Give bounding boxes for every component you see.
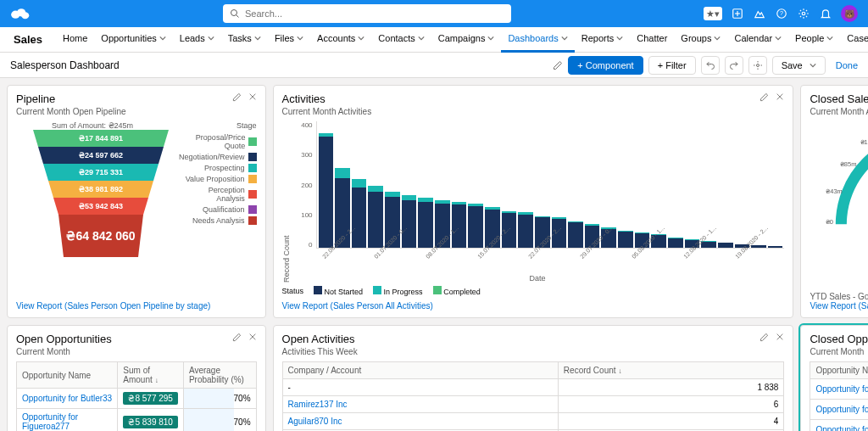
legend-item: Negotiation/Review [179, 153, 257, 161]
done-button[interactable]: Done [836, 60, 858, 70]
col-company[interactable]: Company / Account [282, 362, 558, 379]
legend-item: In Progress [373, 286, 423, 296]
nav-item-chatter[interactable]: Chatter [630, 27, 674, 53]
legend-title: Stage [179, 121, 257, 130]
nav-item-people[interactable]: People [788, 27, 840, 53]
table-row: Opportunity for Martin324₴7 747k [810, 379, 868, 400]
search-input[interactable] [245, 8, 504, 19]
page-title: Salesperson Dashboard [10, 59, 548, 71]
card-pipeline[interactable]: Pipeline Current Month Open Pipeline Sum… [7, 85, 266, 318]
table-row: Opportunity for Miles1826₴5 335k [810, 400, 868, 420]
setup-icon[interactable] [797, 7, 810, 20]
card-title: Closed Sales [810, 92, 868, 105]
col-probability[interactable]: Average Probability (%) [183, 362, 256, 389]
table-row: Aguilar870 Inc4 [282, 413, 784, 430]
undo-button[interactable] [701, 56, 720, 75]
col-amount[interactable]: Sum of Amount↓ [118, 362, 184, 389]
card-activities[interactable]: Activities Current Month Activities Reco… [273, 85, 794, 318]
close-icon[interactable] [248, 92, 257, 101]
add-icon[interactable] [731, 7, 744, 20]
opp-link[interactable]: Opportunity for Butler33 [22, 394, 112, 403]
closed-opps-table: Opportunity Name Sum of Amount↓ Opportun… [810, 361, 868, 431]
card-open-opportunities[interactable]: Open Opportunities Current Month Opportu… [7, 325, 266, 431]
table-row: Opportunity for Figueroa277₴5 839 81070% [17, 409, 257, 432]
card-subtitle: Current Month Open Pipeline [16, 107, 126, 116]
account-link[interactable]: Ramirez137 Inc [288, 400, 348, 409]
opp-link[interactable]: Opportunity for Miles1826 [815, 405, 868, 414]
nav-item-home[interactable]: Home [56, 27, 94, 53]
app-header: ★▾ ? 🐻 [0, 0, 868, 27]
col-count[interactable]: Record Count↓ [558, 362, 784, 379]
nav-item-accounts[interactable]: Accounts [310, 27, 371, 53]
card-open-activities[interactable]: Open Activities Activities This Week Com… [273, 325, 794, 431]
funnel-segment: ₴24 597 662 [38, 147, 164, 164]
nav-item-opportunities[interactable]: Opportunities [94, 27, 172, 53]
close-icon[interactable] [776, 92, 784, 101]
card-subtitle: Current Month Actuals vs Quota [810, 107, 868, 116]
notifications-icon[interactable] [819, 7, 832, 20]
properties-button[interactable] [748, 56, 767, 75]
edit-icon[interactable] [232, 333, 242, 342]
edit-icon[interactable] [760, 92, 769, 102]
edit-icon[interactable] [760, 333, 769, 342]
funnel-segment: ₴38 981 892 [48, 181, 153, 198]
global-search[interactable] [223, 4, 511, 23]
card-subtitle: Current Month Activities [282, 107, 372, 116]
report-link[interactable]: View Report (Sales Person Open Pipeline … [16, 301, 257, 311]
report-link[interactable]: View Report (Sales Person MTD Sales) [810, 301, 868, 311]
legend-item: Proposal/Price Quote [179, 133, 257, 150]
table-row: Ramirez137 Inc6 [282, 396, 784, 413]
nav-item-calendar[interactable]: Calendar [727, 27, 788, 53]
nav-item-contacts[interactable]: Contacts [371, 27, 431, 53]
nav-item-groups[interactable]: Groups [674, 27, 727, 53]
legend-item: Needs Analysis [179, 216, 257, 225]
svg-text:₴0: ₴0 [826, 218, 833, 226]
close-icon[interactable] [776, 333, 784, 341]
dashboard-grid: Pipeline Current Month Open Pipeline Sum… [0, 78, 868, 431]
col-name[interactable]: Opportunity Name [810, 362, 868, 379]
nav-item-dashboards[interactable]: Dashboards [501, 27, 574, 53]
open-acts-table: Company / Account Record Count↓ -1 838Ra… [282, 361, 785, 431]
nav-item-reports[interactable]: Reports [575, 27, 631, 53]
card-subtitle: Current Month [810, 347, 868, 356]
nav-item-tasks[interactable]: Tasks [221, 27, 268, 53]
legend-item: Completed [433, 286, 481, 296]
trailhead-icon[interactable] [753, 7, 766, 20]
nav-item-cases[interactable]: Cases [840, 27, 868, 53]
favorites-icon[interactable]: ★▾ [704, 7, 722, 20]
nav-item-leads[interactable]: Leads [173, 27, 221, 53]
edit-icon[interactable] [232, 92, 242, 102]
svg-point-3 [231, 10, 237, 16]
save-button[interactable]: Save [772, 56, 826, 75]
add-filter-button[interactable]: + Filter [648, 56, 696, 75]
card-title: Closed Opportunities [810, 333, 868, 345]
nav-bar: Sales HomeOpportunitiesLeadsTasksFilesAc… [0, 27, 868, 53]
svg-text:₴43m: ₴43m [826, 188, 843, 195]
legend-item: Not Started [314, 286, 363, 296]
avatar[interactable]: 🐻 [841, 5, 858, 22]
svg-text:₴85m: ₴85m [840, 160, 857, 168]
svg-point-2 [21, 12, 29, 19]
svg-point-20 [756, 64, 759, 66]
account-link[interactable]: Aguilar870 Inc [288, 417, 342, 426]
opp-link[interactable]: Opportunity for Martin324 [815, 384, 868, 394]
edit-title-icon[interactable] [553, 60, 563, 70]
close-icon[interactable] [248, 333, 257, 341]
opp-link[interactable]: Opportunity for Schultz1008 [815, 425, 868, 431]
salesforce-logo [10, 7, 31, 20]
help-icon[interactable]: ? [775, 7, 788, 20]
nav-item-campaigns[interactable]: Campaigns [431, 27, 502, 53]
report-link[interactable]: View Report (Sales Person All Activities… [282, 301, 785, 311]
goal-note: YTD Sales - Goal is 100K [810, 292, 868, 301]
nav-item-files[interactable]: Files [268, 27, 310, 53]
card-closed-opportunities[interactable]: Closed Opportunities Current Month Oppor… [800, 325, 868, 431]
col-name[interactable]: Opportunity Name [17, 362, 118, 389]
add-component-button[interactable]: + Component [568, 56, 643, 75]
redo-button[interactable] [725, 56, 743, 75]
table-row: Opportunity for Schultz1008₴5 189k [810, 420, 868, 432]
svg-text:₴128m: ₴128m [860, 138, 868, 146]
opp-link[interactable]: Opportunity for Figueroa277 [22, 412, 78, 431]
card-closed-sales[interactable]: Closed Sales Current Month Actuals vs Qu… [800, 85, 868, 318]
card-subtitle: Activities This Week [282, 347, 358, 356]
x-axis-label: Date [291, 274, 785, 283]
